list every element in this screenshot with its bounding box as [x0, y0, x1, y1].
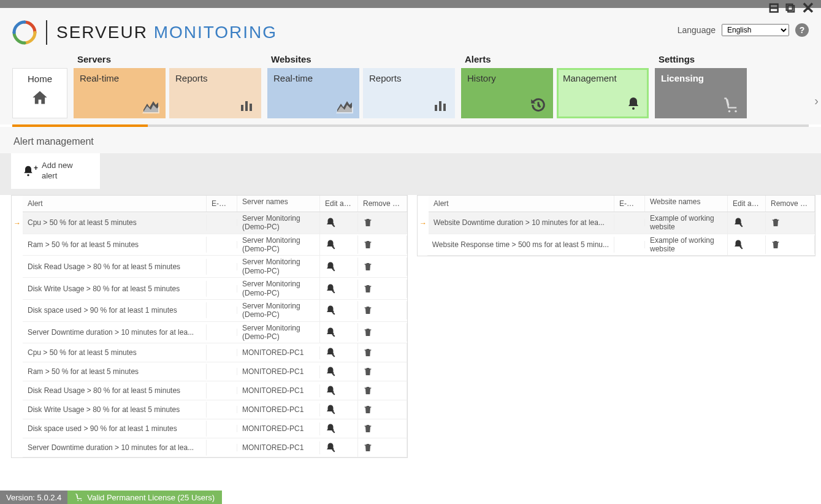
tab-real-time[interactable]: Real-time	[74, 68, 166, 118]
col-remove[interactable]: Remove alert	[766, 196, 815, 212]
table-row[interactable]: Website Response time > 500 ms for at le…	[427, 234, 815, 256]
table-row[interactable]: Disk Write Usage > 80 % for at least 5 m…	[23, 400, 407, 419]
remove-alert-icon[interactable]	[363, 423, 402, 434]
close-icon[interactable]: ✕	[801, 0, 815, 16]
maximize-icon[interactable]: ⧉	[785, 1, 795, 15]
remove-alert-icon[interactable]	[363, 385, 402, 396]
group-label: Alerts	[461, 51, 649, 68]
row-indicator	[12, 343, 23, 362]
language-select[interactable]: English	[722, 24, 789, 36]
remove-alert-icon[interactable]	[363, 217, 402, 228]
row-indicator	[12, 300, 23, 322]
remove-alert-icon[interactable]	[363, 366, 402, 377]
cell-names: Server Monitoring (Demo-PC)	[237, 256, 320, 277]
cell-names: MONITORED-PC1	[237, 365, 320, 378]
remove-alert-icon[interactable]	[363, 239, 402, 250]
svg-point-6	[632, 107, 635, 110]
toolbar: + Add new alert	[0, 153, 821, 195]
cell-alert: Disk Write Usage > 80 % for at least 5 m…	[23, 402, 207, 418]
tab-reports[interactable]: Reports	[363, 68, 455, 118]
cell-email	[207, 285, 237, 292]
nav: .HomeServersReal-timeReportsWebsitesReal…	[0, 51, 821, 124]
cell-names: MONITORED-PC1	[237, 441, 320, 454]
table-row[interactable]: Cpu > 50 % for at least 5 minutesMONITOR…	[23, 343, 407, 362]
remove-alert-icon[interactable]	[363, 442, 402, 453]
table-row[interactable]: Website Downtime duration > 10 minutes f…	[429, 212, 815, 234]
edit-alert-icon[interactable]	[325, 347, 353, 358]
table-row[interactable]: Server Downtime duration > 10 minutes fo…	[23, 322, 407, 344]
row-indicator	[12, 362, 23, 381]
remove-alert-icon[interactable]	[363, 347, 402, 358]
edit-alert-icon[interactable]	[325, 283, 353, 294]
col-edit[interactable]: Edit alert	[728, 196, 766, 212]
edit-alert-icon[interactable]	[325, 366, 353, 377]
col-website[interactable]: Website names	[645, 196, 728, 212]
edit-alert-icon[interactable]	[325, 217, 353, 228]
table-row[interactable]: Ram > 50 % for at least 5 minutesMONITOR…	[23, 362, 407, 381]
edit-alert-icon[interactable]	[325, 261, 353, 272]
edit-alert-icon[interactable]	[325, 305, 353, 316]
col-alert[interactable]: Alert	[23, 196, 207, 212]
edit-alert-icon[interactable]	[325, 385, 353, 396]
svg-rect-5	[443, 104, 446, 111]
col-server[interactable]: Server names	[237, 196, 320, 212]
group-label: Settings	[655, 51, 747, 68]
table-row[interactable]: Cpu > 50 % for at least 5 minutesServer …	[23, 212, 407, 234]
col-email[interactable]: E-mail	[614, 196, 645, 212]
remove-alert-icon[interactable]	[771, 239, 809, 250]
chart-broken-icon	[336, 99, 353, 113]
cell-alert: Cpu > 50 % for at least 5 minutes	[23, 215, 207, 231]
table-row[interactable]: Disk Read Usage > 80 % for at least 5 mi…	[23, 256, 407, 278]
minimize-icon[interactable]: ⊟	[768, 1, 779, 15]
table-row[interactable]: Disk Read Usage > 80 % for at least 5 mi…	[23, 381, 407, 400]
tab-reports[interactable]: Reports	[169, 68, 261, 118]
edit-alert-icon[interactable]	[733, 217, 760, 228]
col-alert[interactable]: Alert	[429, 196, 614, 212]
table-row[interactable]: Disk space used > 90 % for at least 1 mi…	[23, 300, 407, 322]
help-icon[interactable]: ?	[795, 23, 809, 37]
cell-alert: Ram > 50 % for at least 5 minutes	[23, 237, 207, 253]
col-email[interactable]: E-mail	[207, 196, 237, 212]
edit-alert-icon[interactable]	[325, 423, 353, 434]
remove-alert-icon[interactable]	[363, 327, 402, 338]
tab-management[interactable]: Management	[557, 68, 649, 118]
status-version: Version: 5.0.2.4	[0, 491, 67, 504]
edit-alert-icon[interactable]	[325, 327, 353, 338]
nav-scroll-right-icon[interactable]: ›	[814, 94, 819, 108]
logo: SERVEUR MONITORING	[12, 20, 277, 45]
table-row[interactable]: Disk Write Usage > 80 % for at least 5 m…	[23, 278, 407, 300]
row-indicator	[12, 234, 23, 256]
add-alert-button[interactable]: + Add new alert	[11, 153, 100, 189]
cell-email	[614, 241, 645, 248]
edit-alert-icon[interactable]	[733, 239, 760, 250]
row-indicator: →	[12, 212, 23, 234]
cell-email	[207, 368, 237, 375]
remove-alert-icon[interactable]	[363, 404, 402, 415]
col-remove[interactable]: Remove alert	[358, 196, 407, 212]
cell-alert: Server Downtime duration > 10 minutes fo…	[23, 324, 207, 340]
tab-real-time[interactable]: Real-time	[267, 68, 359, 118]
cell-alert: Disk Read Usage > 80 % for at least 5 mi…	[23, 259, 207, 275]
history-icon	[530, 96, 547, 113]
edit-alert-icon[interactable]	[325, 239, 353, 250]
table-row[interactable]: Disk space used > 90 % for at least 1 mi…	[23, 419, 407, 438]
tab-licensing[interactable]: Licensing	[655, 68, 747, 118]
edit-alert-icon[interactable]	[325, 404, 353, 415]
cell-names: Server Monitoring (Demo-PC)	[237, 322, 320, 343]
tab-history[interactable]: History	[461, 68, 553, 118]
remove-alert-icon[interactable]	[363, 261, 402, 272]
tab-home[interactable]: Home	[12, 68, 67, 118]
titlebar	[0, 0, 821, 8]
remove-alert-icon[interactable]	[771, 217, 809, 228]
col-edit[interactable]: Edit alert	[320, 196, 358, 212]
bars-icon	[432, 99, 449, 113]
cell-alert: Website Response time > 500 ms for at le…	[427, 237, 614, 253]
remove-alert-icon[interactable]	[363, 305, 402, 316]
edit-alert-icon[interactable]	[325, 442, 353, 453]
status-license: Valid Permanent License (25 Users)	[67, 491, 222, 504]
table-row[interactable]: Server Downtime duration > 10 minutes fo…	[23, 438, 407, 457]
cell-email	[207, 425, 237, 432]
table-row[interactable]: Ram > 50 % for at least 5 minutesServer …	[23, 234, 407, 256]
remove-alert-icon[interactable]	[363, 283, 402, 294]
svg-point-9	[27, 174, 29, 176]
